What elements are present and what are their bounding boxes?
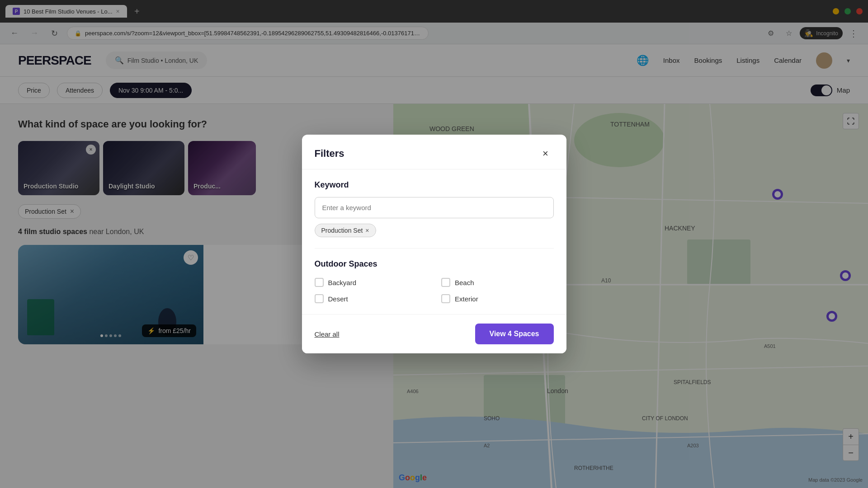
outdoor-section-title: Outdoor Spaces [315, 259, 554, 269]
checkbox-label-backyard: Backyard [328, 279, 357, 286]
modal-body: Keyword Production Set × Outdoor Spaces … [302, 169, 566, 314]
checkbox-label-desert: Desert [328, 295, 348, 303]
keyword-tags: Production Set × [315, 224, 554, 237]
clear-all-button[interactable]: Clear all [315, 327, 340, 342]
checkbox-label-beach: Beach [455, 279, 474, 286]
outdoor-section: Outdoor Spaces Backyard Beach Desert [302, 249, 566, 314]
modal-overlay[interactable]: Filters × Keyword Production Set × Outdo… [0, 0, 868, 488]
keyword-input[interactable] [315, 197, 554, 218]
modal-footer: Clear all View 4 Spaces [302, 314, 566, 353]
checkbox-exterior[interactable]: Exterior [441, 294, 554, 303]
checkbox-box-exterior[interactable] [441, 294, 450, 303]
modal-header: Filters × [302, 135, 566, 169]
checkbox-beach[interactable]: Beach [441, 278, 554, 287]
filters-modal: Filters × Keyword Production Set × Outdo… [302, 135, 566, 353]
checkbox-desert[interactable]: Desert [315, 294, 427, 303]
checkbox-label-exterior: Exterior [455, 295, 478, 303]
modal-title: Filters [315, 148, 344, 160]
checkbox-box-desert[interactable] [315, 294, 324, 303]
kw-tag-remove[interactable]: × [365, 227, 369, 234]
checkbox-backyard[interactable]: Backyard [315, 278, 427, 287]
keyword-tag-production-set: Production Set × [315, 224, 376, 237]
keyword-section: Keyword Production Set × [302, 169, 566, 248]
view-spaces-button[interactable]: View 4 Spaces [475, 324, 554, 344]
checkbox-box-backyard[interactable] [315, 278, 324, 287]
checkbox-box-beach[interactable] [441, 278, 450, 287]
outdoor-checkboxes-grid: Backyard Beach Desert Exterior [315, 278, 554, 303]
modal-close-button[interactable]: × [538, 145, 554, 162]
keyword-section-title: Keyword [315, 180, 554, 190]
kw-tag-text: Production Set [321, 227, 363, 234]
